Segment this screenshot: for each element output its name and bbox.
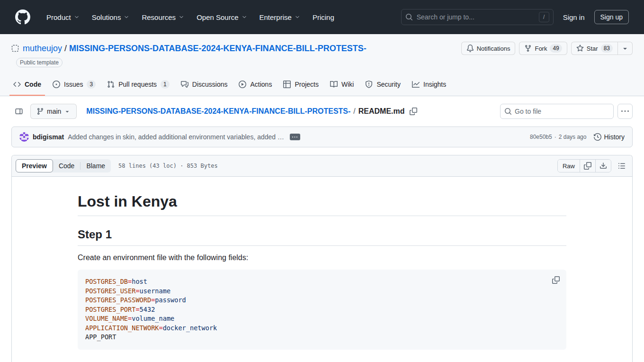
- menu-resources[interactable]: Resources: [137, 9, 189, 25]
- history-clock-icon: [594, 133, 601, 141]
- raw-button[interactable]: Raw: [558, 160, 580, 172]
- repo-header: mutheujoy / MISSING-PERSONS-DATABASE-202…: [0, 34, 644, 96]
- tab-security[interactable]: Security: [361, 74, 404, 96]
- breadcrumb-repo-link[interactable]: MISSING-PERSONS-DATABASE-2024-KENYA-FINA…: [86, 107, 350, 116]
- code-tab[interactable]: Code: [53, 159, 80, 172]
- readme-title: Lost in Kenya: [78, 192, 566, 216]
- commit-author-link[interactable]: bdigismat: [33, 133, 64, 141]
- blame-tab[interactable]: Blame: [80, 159, 111, 172]
- star-button-group: Star 83: [571, 42, 633, 55]
- repo-name-link[interactable]: MISSING-PERSONS-DATABASE-2024-KENYA-FINA…: [69, 44, 367, 54]
- code-icon: [13, 81, 21, 88]
- kebab-horizontal-icon: [621, 108, 629, 115]
- repo-tabs: Code Issues 3 Pull requests 1 Discussion…: [0, 74, 644, 96]
- search-icon: [405, 13, 413, 21]
- chevron-down-icon: [242, 14, 247, 20]
- copy-code-button[interactable]: [549, 273, 563, 287]
- top-navigation: Product Solutions Resources Open Source …: [0, 0, 644, 34]
- sidebar-toggle-button[interactable]: [11, 104, 27, 119]
- preview-tab[interactable]: Preview: [16, 159, 53, 172]
- visibility-badge: Public template: [16, 58, 63, 67]
- env-code: POSTGRES_DB=host POSTGRES_USER=username …: [85, 277, 559, 342]
- sign-up-button[interactable]: Sign up: [594, 10, 629, 24]
- issue-opened-icon: [53, 81, 60, 88]
- go-to-file-input[interactable]: [515, 108, 609, 115]
- download-button[interactable]: [595, 160, 611, 172]
- fork-count: 49: [550, 44, 562, 53]
- file-meta-info: 58 lines (43 loc) · 853 Bytes: [118, 163, 218, 169]
- github-logo-icon[interactable]: [15, 9, 30, 25]
- search-input[interactable]: [417, 13, 535, 21]
- more-options-button[interactable]: [617, 104, 633, 119]
- history-link[interactable]: History: [594, 133, 625, 141]
- tab-actions[interactable]: Actions: [235, 74, 276, 96]
- global-search[interactable]: /: [401, 9, 554, 25]
- bell-icon: [466, 45, 474, 52]
- projects-table-icon: [283, 81, 291, 88]
- tab-projects[interactable]: Projects: [279, 74, 322, 96]
- breadcrumb: MISSING-PERSONS-DATABASE-2024-KENYA-FINA…: [86, 107, 418, 116]
- issues-count: 3: [87, 80, 96, 89]
- readme-step-heading: Step 1: [78, 227, 566, 246]
- slash-shortcut-key: /: [539, 12, 549, 22]
- sign-in-link[interactable]: Sign in: [557, 10, 590, 24]
- raw-actions-group: Raw: [557, 159, 611, 172]
- shield-icon: [365, 81, 373, 88]
- star-count: 83: [601, 44, 613, 53]
- copy-file-button[interactable]: [580, 160, 595, 172]
- commit-hash-link[interactable]: 80e50b5: [530, 134, 552, 140]
- tab-insights[interactable]: Insights: [408, 74, 450, 96]
- star-icon: [576, 45, 584, 52]
- latest-commit-bar: bdigismat Added changes in skin, added a…: [11, 127, 633, 147]
- repo-owner-link[interactable]: mutheujoy: [23, 44, 62, 54]
- copy-icon: [584, 162, 591, 170]
- menu-product[interactable]: Product: [42, 9, 84, 25]
- file-view-mode-control: Preview Code Blame: [16, 159, 111, 172]
- tab-wiki[interactable]: Wiki: [326, 74, 358, 96]
- commit-message-link[interactable]: Added changes in skin, added additional …: [68, 133, 284, 141]
- repo-template-icon: [11, 45, 19, 52]
- star-button[interactable]: Star 83: [572, 42, 617, 54]
- pull-requests-count: 1: [161, 80, 170, 89]
- tab-discussions[interactable]: Discussions: [177, 74, 232, 96]
- chevron-down-icon: [124, 14, 129, 20]
- chevron-down-icon: [179, 14, 184, 20]
- branch-selector-button[interactable]: main: [30, 104, 77, 119]
- copy-icon: [552, 276, 560, 284]
- wiki-book-icon: [330, 81, 338, 88]
- download-icon: [599, 162, 607, 170]
- triangle-down-icon: [64, 108, 71, 115]
- commit-time: 2 days ago: [559, 134, 587, 140]
- git-branch-icon: [36, 108, 44, 115]
- repo-content: main MISSING-PERSONS-DATABASE-2024-KENYA…: [0, 104, 644, 362]
- file-viewer: Preview Code Blame 58 lines (43 loc) · 8…: [11, 155, 633, 362]
- menu-solutions[interactable]: Solutions: [87, 9, 134, 25]
- tab-code[interactable]: Code: [9, 74, 45, 96]
- graph-icon: [412, 81, 420, 88]
- ellipsis-icon: [292, 135, 297, 140]
- tab-issues[interactable]: Issues 3: [49, 74, 99, 96]
- chevron-down-icon: [295, 14, 300, 20]
- file-viewer-header: Preview Code Blame 58 lines (43 loc) · 8…: [12, 155, 632, 177]
- menu-pricing[interactable]: Pricing: [308, 9, 339, 25]
- pull-request-icon: [107, 81, 115, 88]
- avatar[interactable]: [19, 132, 29, 142]
- notifications-button[interactable]: Notifications: [461, 42, 516, 55]
- code-block: POSTGRES_DB=host POSTGRES_USER=username …: [78, 270, 566, 350]
- side-panel-icon: [15, 108, 23, 115]
- fork-button[interactable]: Fork 49: [519, 42, 567, 55]
- breadcrumb-file-name: README.md: [358, 107, 405, 116]
- tab-pull-requests[interactable]: Pull requests 1: [103, 74, 173, 96]
- list-unordered-icon: [618, 162, 626, 170]
- main-menu: Product Solutions Resources Open Source …: [42, 9, 339, 25]
- outline-button[interactable]: [615, 159, 628, 172]
- commit-meta: 80e50b5 · 2 days ago: [530, 134, 586, 140]
- discussions-icon: [181, 81, 188, 88]
- menu-enterprise[interactable]: Enterprise: [255, 9, 305, 25]
- commit-message-expander-button[interactable]: [290, 134, 300, 140]
- copy-path-button[interactable]: [409, 107, 418, 116]
- go-to-file-search[interactable]: [500, 104, 614, 119]
- star-dropdown-button[interactable]: [617, 42, 632, 54]
- copy-icon: [410, 108, 417, 115]
- menu-open-source[interactable]: Open Source: [192, 9, 251, 25]
